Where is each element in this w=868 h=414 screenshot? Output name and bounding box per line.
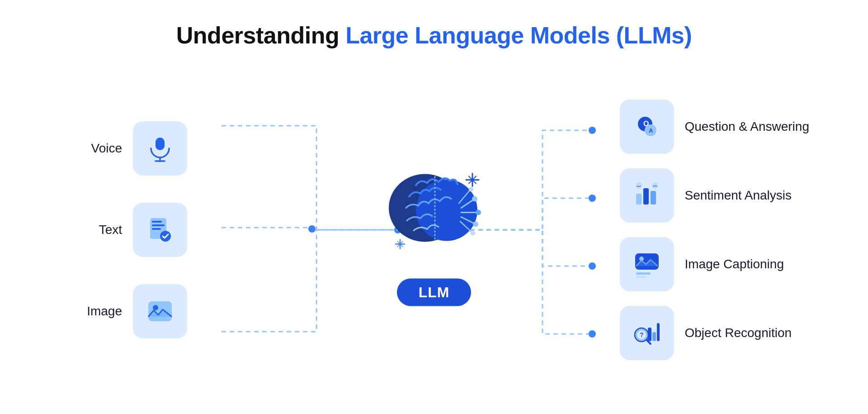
svg-point-26 (473, 222, 478, 227)
qa-icon: Q A (632, 112, 661, 141)
object-icon-box: ? (620, 306, 674, 360)
output-row-qa: Q A Question & Answering (620, 100, 810, 154)
svg-point-1 (308, 225, 316, 233)
svg-rect-49 (636, 276, 646, 278)
svg-point-28 (471, 231, 475, 236)
svg-rect-48 (636, 272, 651, 275)
voice-icon-box (133, 121, 187, 176)
brain-visual (375, 154, 493, 271)
svg-point-4 (589, 262, 596, 270)
svg-point-3 (589, 195, 596, 202)
svg-point-27 (469, 187, 473, 192)
svg-rect-6 (156, 138, 165, 150)
text-icon-box (133, 203, 187, 257)
object-recognition-icon: ? (632, 319, 661, 347)
page-title: Understanding Large Language Models (LLM… (176, 22, 692, 49)
svg-rect-10 (152, 221, 162, 223)
input-row-voice: Voice (72, 121, 187, 176)
brain-svg (375, 154, 493, 271)
svg-point-17 (416, 180, 477, 241)
captioning-label: Image Captioning (685, 257, 784, 271)
svg-rect-46 (635, 253, 659, 270)
captioning-icon-box (620, 237, 674, 291)
text-label: Text (72, 223, 122, 237)
svg-point-2 (589, 127, 596, 134)
svg-rect-11 (152, 224, 165, 226)
sentiment-icon (632, 181, 661, 210)
image-icon (146, 297, 175, 326)
output-column: Q A Question & Answering (620, 100, 810, 360)
object-label: Object Recognition (685, 326, 792, 340)
image-icon-box (133, 284, 187, 338)
image-label: Image (72, 304, 122, 319)
input-column: Voice Text (72, 121, 187, 338)
svg-rect-14 (148, 301, 172, 321)
llm-badge: LLM (397, 279, 472, 306)
svg-text:A: A (649, 127, 653, 134)
svg-rect-12 (152, 228, 161, 230)
input-row-image: Image (72, 284, 187, 338)
svg-point-15 (153, 305, 158, 310)
svg-rect-51 (652, 332, 656, 341)
output-row-sentiment: Sentiment Analysis (620, 168, 792, 223)
voice-label: Voice (72, 141, 122, 156)
svg-point-25 (476, 210, 481, 215)
document-icon (146, 215, 175, 244)
qa-label: Question & Answering (685, 119, 810, 134)
output-row-object: ? Object Recognition (620, 306, 792, 360)
microphone-icon (146, 134, 175, 163)
svg-point-24 (472, 196, 477, 202)
svg-rect-43 (651, 191, 656, 205)
svg-point-44 (636, 182, 642, 189)
title-prefix: Understanding (176, 22, 345, 48)
sentiment-icon-box (620, 168, 674, 223)
sentiment-label: Sentiment Analysis (685, 188, 792, 203)
svg-rect-41 (636, 194, 642, 205)
svg-point-5 (589, 330, 596, 338)
diagram: Voice Text (0, 76, 868, 384)
input-row-text: Text (72, 203, 187, 257)
svg-rect-42 (643, 188, 649, 205)
svg-text:?: ? (640, 331, 644, 338)
captioning-icon (632, 250, 661, 279)
center-brain: LLM (375, 154, 493, 306)
svg-rect-52 (657, 323, 660, 341)
qa-icon-box: Q A (620, 100, 674, 154)
output-row-captioning: Image Captioning (620, 237, 784, 291)
title-highlight: Large Language Models (LLMs) (345, 22, 692, 48)
